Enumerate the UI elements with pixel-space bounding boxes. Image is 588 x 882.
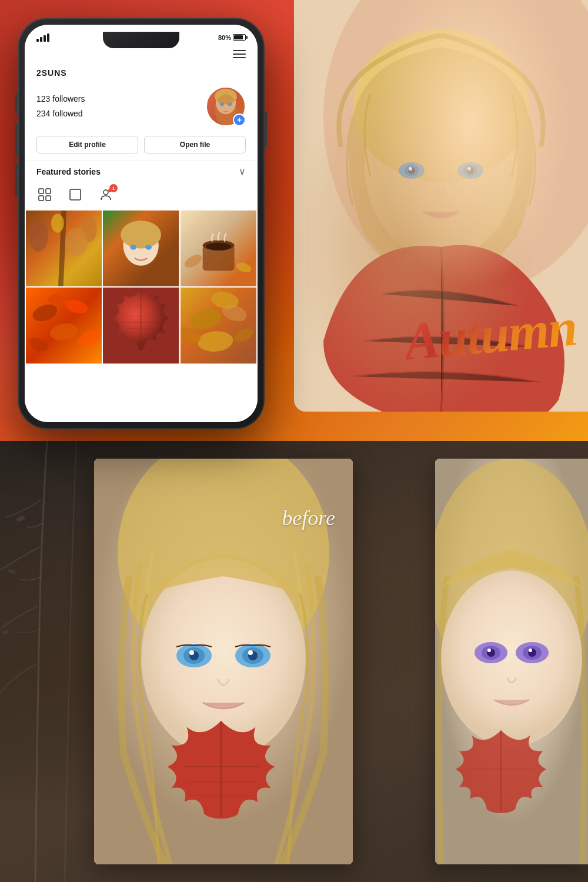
grid-image-child [103,211,179,286]
grid-icon [38,188,51,201]
signal-bar-1 [36,39,39,42]
avatar-plus-button[interactable]: + [233,113,246,126]
power-button [265,112,267,147]
svg-rect-18 [46,189,51,193]
featured-label: Featured stories [36,167,101,176]
signal-bar-4 [47,34,49,42]
nav-bar [25,45,258,65]
svg-point-32 [121,220,162,248]
grid-image-redleaf [103,288,179,363]
svg-point-8 [408,167,415,174]
svg-point-26 [29,220,48,252]
svg-point-33 [131,245,137,250]
svg-point-82 [441,570,582,747]
before-text: before [282,506,335,530]
grid-cell-1[interactable] [26,211,102,286]
action-buttons: Edit profile Open file [25,133,258,161]
svg-point-38 [206,243,231,250]
after-panel [435,459,588,864]
followers-text: 123 followers [36,92,194,106]
svg-point-7 [463,165,477,176]
svg-point-90 [529,649,532,652]
battery-icon [233,34,246,41]
svg-point-5 [405,165,419,176]
grid-cell-6[interactable] [181,288,256,363]
svg-point-86 [487,649,491,652]
svg-point-1 [323,0,588,294]
screen-content: 12 : 12 a.m. 80% [25,25,258,422]
hamburger-line-3 [233,57,246,58]
edit-profile-button[interactable]: Edit profile [36,136,138,153]
svg-point-10 [409,167,412,171]
person-view-toggle[interactable]: 1 [98,186,114,203]
grid-cell-5[interactable] [103,288,179,363]
svg-point-62 [2,630,10,634]
portrait-top-right: Autumn [294,0,588,412]
notification-badge: 1 [109,184,118,192]
avatar-container: + [206,86,246,126]
mute-button [15,94,18,113]
svg-point-34 [146,245,152,250]
volume-down-button [15,163,18,196]
battery-percent: 80% [218,34,231,41]
svg-point-15 [220,102,225,106]
svg-point-29 [65,228,88,256]
battery-fill [234,35,243,39]
after-portrait-svg [435,459,588,864]
hamburger-menu[interactable] [230,48,248,61]
grid-cell-4[interactable] [26,288,102,363]
svg-point-6 [457,162,483,179]
grid-cell-2[interactable] [103,211,179,286]
bottom-section: before [0,441,588,882]
open-file-button[interactable]: Open file [144,136,246,153]
square-view-toggle[interactable] [67,186,83,203]
svg-rect-20 [46,196,51,201]
username-row: 2SUNS [25,65,258,83]
grid-image-leaves1 [26,288,102,363]
signal-bar-3 [44,35,46,42]
svg-point-16 [228,102,232,106]
svg-rect-21 [70,189,81,200]
svg-rect-17 [39,189,44,193]
view-toggles: 1 [25,183,258,209]
svg-rect-19 [39,196,44,201]
grid-view-toggle[interactable] [36,186,53,203]
grid-image-forest [26,211,102,286]
svg-point-3 [353,29,529,182]
before-panel: before [94,459,353,864]
svg-point-28 [51,213,64,232]
phone-notch [103,32,179,48]
grid-image-fallenleaves [181,288,256,363]
svg-point-2 [365,71,517,259]
profile-section: 123 followers 234 followed [25,83,258,133]
autumn-title: Autumn [402,296,579,372]
square-icon [69,188,82,201]
svg-point-60 [15,515,26,523]
grid-cell-3[interactable] [181,211,256,286]
grid-image-coffee [181,211,256,286]
svg-point-74 [248,650,253,655]
signal-bar-2 [40,37,42,42]
hamburger-line-1 [233,50,246,51]
featured-stories-row[interactable]: Featured stories ∨ [25,161,258,183]
username-label: 2SUNS [36,68,67,78]
svg-point-70 [189,650,194,655]
volume-up-button [15,123,18,156]
hamburger-line-2 [233,54,246,55]
battery-indicator: 80% [218,34,246,41]
svg-point-11 [467,167,471,171]
phone-mockup: 12 : 12 a.m. 80% [18,18,265,429]
photo-grid [25,209,258,365]
followed-text: 234 followed [36,106,194,121]
follow-stats: 123 followers 234 followed [36,92,194,121]
signal-indicator [36,34,49,42]
svg-point-61 [7,569,16,574]
svg-point-22 [103,190,108,195]
chevron-down-icon: ∨ [239,166,246,177]
svg-point-9 [467,167,474,174]
phone-frame: 12 : 12 a.m. 80% [18,18,265,429]
phone-screen: 12 : 12 a.m. 80% [25,25,258,422]
svg-point-4 [399,162,425,179]
